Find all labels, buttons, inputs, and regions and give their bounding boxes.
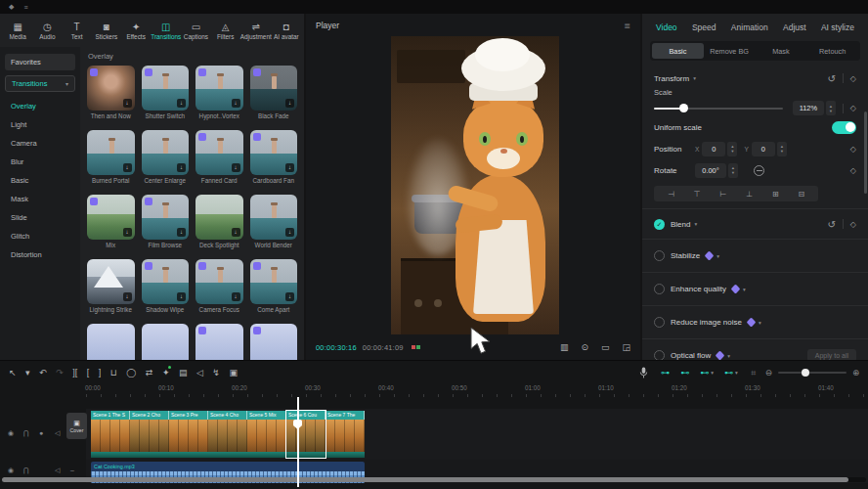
download-icon[interactable]: ↓ [123,228,132,237]
sidebar-item-basic[interactable]: Basic [5,171,75,190]
align-left-icon[interactable]: ⊣ [668,190,674,199]
download-icon[interactable]: ↓ [285,99,294,108]
track-lock-icon[interactable]: ⋂ [23,429,29,437]
transition-tile[interactable]: ↓World Bender [250,195,298,249]
timeline-clip[interactable]: Scene 3 Pre [169,411,208,458]
voiceover-mic-icon[interactable] [639,367,648,378]
sidebar-item-distortion[interactable]: Distortion [5,245,75,264]
transition-tile[interactable]: ↓Cardboard Fan [250,130,298,185]
chevron-down-icon[interactable]: ▾ [759,320,761,326]
transition-tile[interactable]: ↓Mix [87,195,135,249]
sidebar-item-light[interactable]: Light [5,115,75,134]
chevron-down-icon[interactable]: ▾ [743,287,746,292]
tab-animation[interactable]: Animation [731,22,768,32]
subtab-remove-bg[interactable]: Remove BG [704,43,756,59]
stabilize-checkbox[interactable] [654,250,665,261]
align-center-v-icon[interactable]: ⊟ [798,190,804,199]
reset-blend-icon[interactable]: ↺ [827,219,835,230]
timeline-zoom-slider[interactable] [778,372,846,374]
split-icon[interactable]: ][ [72,368,77,378]
tool-caret-icon[interactable]: ▾ [25,368,30,378]
align-bottom-icon[interactable]: ⊥ [746,190,753,199]
horizontal-scrollbar-thumb[interactable] [2,477,848,482]
download-icon[interactable]: ↓ [177,163,186,172]
inspector-scrollbar[interactable] [864,111,867,194]
position-y-stepper[interactable]: ▴▾ [777,142,787,156]
toolbar-item-media[interactable]: ▦Media [3,22,32,40]
transition-tile[interactable]: ↓Camera Focus [195,259,243,314]
timeline-clip[interactable]: Scene 6 Cou [286,411,326,458]
sidebar-item-mask[interactable]: Mask [5,190,75,208]
keyframe-icon[interactable]: ◇ [850,104,856,112]
timeline-clip[interactable]: Scene 5 Mix [247,411,286,458]
menu-icon[interactable]: ≡ [23,4,27,11]
smart-tools-icon[interactable]: ✦ [162,368,170,378]
download-icon[interactable]: ↓ [232,99,240,108]
player-view-options-icon[interactable]: ≣ [624,22,630,30]
track-hide-icon[interactable]: ◉ [8,467,14,474]
download-icon[interactable]: ↓ [285,292,294,301]
download-icon[interactable]: ↓ [177,99,186,108]
keyframe-icon[interactable]: ◇ [850,166,856,175]
transition-tile[interactable]: ↓Lightning Strike [87,259,135,314]
category-dropdown[interactable]: Transitions ▾ [5,75,75,92]
track-lock-icon[interactable]: ⋂ [23,467,29,474]
download-icon[interactable]: ↓ [285,228,294,237]
download-icon[interactable]: ↓ [123,163,132,172]
trim-left-icon[interactable]: [ [87,368,90,378]
reverse-icon[interactable]: ⇄ [146,368,153,378]
record-icon[interactable]: ◯ [126,368,136,378]
subtab-mask[interactable]: Mask [756,43,807,59]
trim-right-icon[interactable]: ] [99,368,102,378]
transition-tile[interactable]: ↓Film Browse [142,195,190,249]
subtab-retouch[interactable]: Retouch [806,43,858,59]
mixer-icon[interactable]: ↯ [212,368,220,378]
toolbar-item-effects[interactable]: ✦Effects [121,22,151,40]
auto-snap-icon[interactable]: ⊷ [680,368,689,378]
scale-slider-knob[interactable] [679,104,688,112]
sidebar-item-camera[interactable]: Camera [5,134,75,153]
mini-player-icon[interactable]: ⊙ [581,342,588,352]
main-track-magnet-icon[interactable]: ⊶ [661,368,670,378]
link-clips-icon[interactable]: ⊷▾ [700,368,714,378]
sidebar-item-slide[interactable]: Slide [5,208,75,227]
ratio-icon[interactable]: ▥ [560,342,569,352]
toolbar-item-text[interactable]: TText [63,22,92,40]
transition-tile[interactable]: ↓Center Enlarge [142,130,190,185]
timeline-clip[interactable]: Scene 7 The [326,411,365,458]
transition-tile[interactable]: ↓Fanned Card [195,130,243,185]
zoom-in-icon[interactable]: ⊕ [852,368,859,378]
tab-video[interactable]: Video [656,22,677,32]
cover-button[interactable]: ▣ Cover [66,413,87,439]
download-icon[interactable]: ↓ [285,163,294,172]
position-y-value[interactable]: 0 [752,142,775,156]
sidebar-item-glitch[interactable]: Glitch [5,227,75,245]
sidebar-item-blur[interactable]: Blur [5,153,75,171]
track-collapse-icon[interactable]: – [70,467,74,474]
track-height-icon[interactable]: ⌗ [751,368,756,378]
keyframe-icon[interactable]: ◇ [850,145,856,154]
zoom-out-icon[interactable]: ⊖ [765,368,772,378]
sidebar-item-overlay[interactable]: Overlay [5,97,75,115]
favorites-button[interactable]: Favorites [5,54,75,70]
timeline-clip[interactable]: Scene 4 Cho [208,411,247,458]
download-icon[interactable]: ↓ [177,228,186,237]
extract-audio-icon[interactable]: ◁ [196,368,203,378]
quality-icon[interactable]: ▭ [601,342,610,352]
track-volume-icon[interactable]: ◁ [55,429,60,437]
keyframe-icon[interactable]: ◇ [850,74,856,83]
download-icon[interactable]: ↓ [123,99,132,108]
toolbar-item-audio[interactable]: ◷Audio [32,22,62,40]
toolbar-item-filters[interactable]: ◬Filters [211,22,240,40]
transition-tile[interactable] [250,324,298,360]
toolbar-item-adjustment[interactable]: ⇌Adjustment [240,22,272,40]
rotate-stepper[interactable]: ▴▾ [728,163,738,178]
chevron-down-icon[interactable]: ▾ [727,353,730,359]
transition-tile[interactable]: ↓Burned Portal [87,130,135,185]
undo-icon[interactable]: ↶ [39,368,47,378]
scale-slider[interactable] [654,108,783,110]
chevron-down-icon[interactable]: ▾ [716,253,719,259]
scale-stepper[interactable]: ▴▾ [826,101,836,115]
transition-tile[interactable]: ↓Shutter Switch [142,66,190,120]
toolbar-item-transitions[interactable]: ◫Transitions [151,22,181,40]
